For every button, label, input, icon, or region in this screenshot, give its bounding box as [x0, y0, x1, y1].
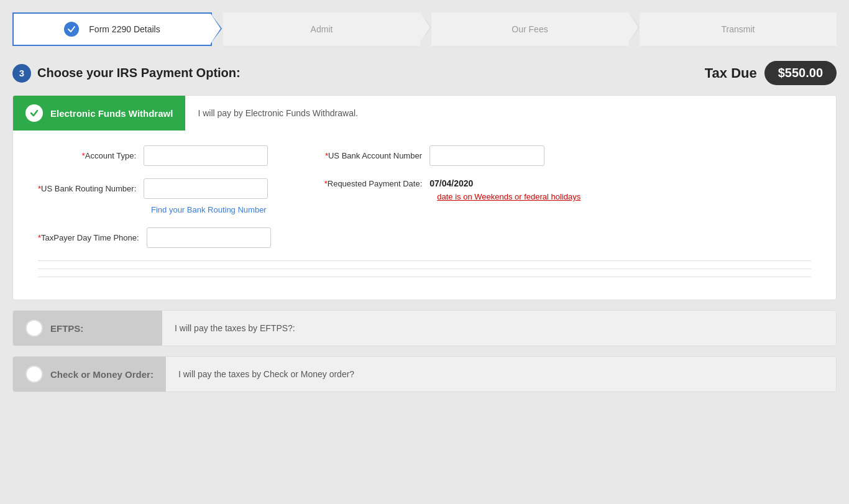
- eftps-desc-text: I will pay the taxes by EFTPS?:: [175, 323, 295, 333]
- step-check-icon: [64, 22, 79, 37]
- check-payment-card: Check or Money Order: I will pay the tax…: [12, 356, 837, 392]
- tax-due-label: Tax Due: [705, 65, 757, 81]
- step-title: 3 Choose your IRS Payment Option:: [12, 64, 241, 83]
- step-1-label: Form 2290 Details: [89, 24, 160, 34]
- stepper-step-admit[interactable]: Admit: [223, 12, 420, 46]
- payment-date-label: *Requested Payment Date:: [305, 179, 429, 188]
- efw-form-body: *Account Type: *US Bank Account Number *…: [13, 131, 836, 300]
- stepper: Form 2290 Details Admit Our Fees Transmi…: [12, 12, 837, 46]
- routing-number-input[interactable]: [144, 178, 268, 199]
- stepper-step-form-details[interactable]: Form 2290 Details: [12, 12, 212, 46]
- efw-header-left: Electronic Funds Withdrawl: [13, 96, 185, 131]
- taxpayer-phone-input[interactable]: [147, 227, 271, 248]
- routing-number-group: *US Bank Routing Number: Find your Bank …: [38, 178, 268, 215]
- taxpayer-phone-label: *TaxPayer Day Time Phone:: [38, 233, 147, 242]
- page-header: 3 Choose your IRS Payment Option: Tax Du…: [12, 61, 837, 85]
- efw-header-title: Electronic Funds Withdrawl: [50, 108, 173, 119]
- divider-3: [38, 277, 811, 277]
- eftps-header-left: EFTPS:: [13, 311, 162, 346]
- step-4-label: Transmit: [722, 24, 755, 34]
- bank-account-input[interactable]: [429, 145, 544, 166]
- check-header-desc: I will pay the taxes by Check or Money o…: [166, 360, 367, 388]
- efw-card-header[interactable]: Electronic Funds Withdrawl I will pay by…: [13, 96, 836, 131]
- eftps-header-title: EFTPS:: [50, 323, 83, 334]
- page-title: Choose your IRS Payment Option:: [37, 66, 241, 80]
- eftps-header-desc: I will pay the taxes by EFTPS?:: [162, 314, 308, 342]
- account-type-label: *Account Type:: [38, 151, 144, 160]
- efw-check-icon: [25, 104, 43, 122]
- account-type-input[interactable]: [144, 145, 268, 166]
- stepper-step-our-fees[interactable]: Our Fees: [431, 12, 628, 46]
- eftps-radio[interactable]: [25, 319, 43, 337]
- tax-due-section: Tax Due $550.00: [705, 61, 837, 85]
- efw-header-desc: I will pay by Electronic Funds Withdrawa…: [185, 99, 370, 127]
- check-card-header[interactable]: Check or Money Order: I will pay the tax…: [13, 357, 836, 392]
- bank-account-group: *US Bank Account Number: [305, 145, 544, 166]
- check-radio[interactable]: [25, 365, 43, 383]
- payment-date-group: *Requested Payment Date: 07/04/2020 date…: [305, 178, 581, 202]
- date-warning-link[interactable]: date is on Weekends or federal holidays: [437, 192, 581, 201]
- efw-desc-text: I will pay by Electronic Funds Withdrawa…: [198, 108, 358, 118]
- step-number-badge: 3: [12, 64, 31, 83]
- efw-payment-card: Electronic Funds Withdrawl I will pay by…: [12, 95, 837, 300]
- step-3-label: Our Fees: [512, 24, 548, 34]
- check-desc-text: I will pay the taxes by Check or Money o…: [178, 369, 354, 379]
- payment-date-value: 07/04/2020: [429, 178, 473, 188]
- check-header-title: Check or Money Order:: [50, 369, 154, 380]
- routing-number-label: *US Bank Routing Number:: [38, 184, 144, 193]
- eftps-payment-card: EFTPS: I will pay the taxes by EFTPS?:: [12, 310, 837, 346]
- taxpayer-phone-group: *TaxPayer Day Time Phone:: [38, 227, 811, 248]
- check-header-left: Check or Money Order:: [13, 357, 166, 392]
- divider-1: [38, 260, 811, 261]
- step-2-label: Admit: [311, 24, 333, 34]
- account-type-group: *Account Type:: [38, 145, 268, 166]
- eftps-card-header[interactable]: EFTPS: I will pay the taxes by EFTPS?:: [13, 311, 836, 346]
- divider-2: [38, 268, 811, 269]
- tax-due-amount: $550.00: [764, 61, 837, 85]
- find-routing-link[interactable]: Find your Bank Routing Number: [151, 205, 267, 214]
- bank-account-label: *US Bank Account Number: [305, 151, 429, 160]
- stepper-step-transmit[interactable]: Transmit: [640, 12, 837, 46]
